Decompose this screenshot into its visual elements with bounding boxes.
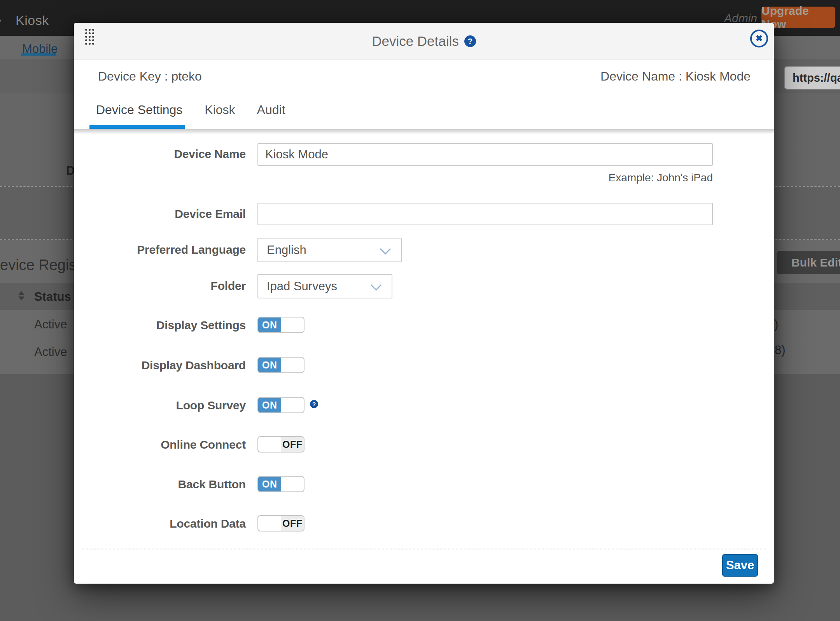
display-settings-label: Display Settings <box>74 317 246 333</box>
save-button[interactable]: Save <box>722 554 758 577</box>
modal-tabs: Device Settings Kiosk Audit <box>74 94 774 126</box>
bulk-edit-devices-button[interactable]: Bulk Edit Dev <box>777 251 840 274</box>
toggle-state: ON <box>258 358 281 372</box>
toggle-state: ON <box>258 398 281 412</box>
device-info-row: Device Key : pteko Device Name : Kiosk M… <box>74 59 774 94</box>
online-connect-toggle[interactable]: OFF <box>257 436 304 453</box>
modal-header: Device Details ? ✖ <box>74 23 774 60</box>
folder-label: Folder <box>74 278 246 294</box>
tab-kiosk[interactable]: Kiosk <box>205 103 235 117</box>
close-icon[interactable]: ✖ <box>750 30 768 47</box>
modal-title: Device Details <box>372 33 459 49</box>
chevron-down-icon <box>380 244 391 254</box>
table-cell-fragment: ) <box>774 318 778 332</box>
loop-survey-label: Loop Survey <box>74 397 246 414</box>
footer-dashed-divider <box>82 549 766 549</box>
device-name-helper-text: Example: John's iPad <box>609 172 713 184</box>
device-name-input[interactable] <box>257 143 713 166</box>
display-dashboard-label: Display Dashboard <box>74 357 246 374</box>
online-connect-label: Online Connect <box>74 437 246 453</box>
toggle-state: OFF <box>281 437 304 452</box>
sort-icon[interactable] <box>18 291 24 300</box>
folder-select[interactable]: Ipad Surveys <box>257 274 392 298</box>
device-registrations-heading: evice Registr <box>0 257 86 274</box>
device-name-text: Device Name : Kiosk Mode <box>600 69 751 84</box>
device-email-label: Device Email <box>74 206 246 222</box>
preferred-language-value: English <box>267 243 306 257</box>
location-data-label: Location Data <box>74 516 246 532</box>
loop-survey-toggle[interactable]: ON <box>257 397 304 413</box>
help-icon[interactable]: ? <box>464 35 476 47</box>
toggle-state: ON <box>258 318 281 332</box>
table-cell-status: Active <box>34 345 67 359</box>
tab-device-settings[interactable]: Device Settings <box>96 103 182 117</box>
table-cell-fragment: 8) <box>775 343 786 357</box>
device-name-label: Device Name <box>74 146 246 162</box>
display-settings-toggle[interactable]: ON <box>257 317 304 333</box>
table-cell-status: Active <box>34 318 67 332</box>
toggle-state: ON <box>258 477 281 491</box>
page-title: Kiosk <box>16 13 49 28</box>
tab-audit[interactable]: Audit <box>257 103 285 117</box>
device-email-input[interactable] <box>257 203 713 225</box>
breadcrumb-chevron-icon: › <box>0 11 2 28</box>
active-tab-underline <box>89 125 185 129</box>
device-key-text: Device Key : pteko <box>98 69 202 84</box>
folder-value: Ipad Surveys <box>267 279 337 293</box>
tab-bar-shadow <box>74 129 774 134</box>
mobile-tab-underline <box>21 53 56 56</box>
location-data-toggle[interactable]: OFF <box>257 515 304 532</box>
url-input[interactable]: https://qa. <box>784 66 840 89</box>
preferred-language-select[interactable]: English <box>257 238 402 262</box>
back-button-toggle[interactable]: ON <box>257 476 304 492</box>
help-icon[interactable]: ? <box>310 400 318 408</box>
preferred-language-label: Preferred Language <box>74 242 246 258</box>
status-column-header[interactable]: Status <box>34 290 71 304</box>
display-dashboard-toggle[interactable]: ON <box>257 357 304 373</box>
device-details-modal: Device Details ? ✖ Device Key : pteko De… <box>74 23 774 584</box>
chevron-down-icon <box>371 280 382 291</box>
toggle-state: OFF <box>281 516 304 531</box>
back-button-label: Back Button <box>74 476 246 493</box>
